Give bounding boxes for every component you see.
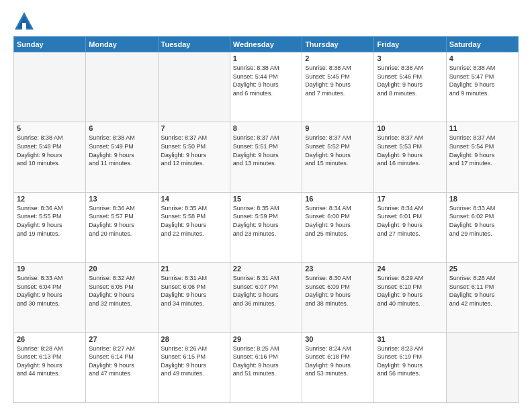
calendar-cell: 20Sunrise: 8:32 AM Sunset: 6:05 PM Dayli… [86,263,158,332]
calendar-cell: 21Sunrise: 8:31 AM Sunset: 6:06 PM Dayli… [158,263,230,332]
svg-rect-2 [22,23,26,30]
day-info: Sunrise: 8:36 AM Sunset: 5:55 PM Dayligh… [17,204,83,238]
day-info: Sunrise: 8:23 AM Sunset: 6:19 PM Dayligh… [377,345,443,378]
day-number: 8 [233,124,299,132]
day-info: Sunrise: 8:37 AM Sunset: 5:51 PM Dayligh… [233,134,299,167]
calendar-cell: 23Sunrise: 8:30 AM Sunset: 6:09 PM Dayli… [302,263,374,332]
col-header-sunday: Sunday [14,37,86,52]
day-info: Sunrise: 8:26 AM Sunset: 6:15 PM Dayligh… [161,345,227,378]
calendar-cell: 6Sunrise: 8:38 AM Sunset: 5:49 PM Daylig… [86,122,158,192]
day-number: 25 [449,265,515,273]
logo [13,11,35,30]
day-number: 21 [161,265,227,273]
calendar-cell: 14Sunrise: 8:35 AM Sunset: 5:58 PM Dayli… [158,192,230,262]
col-header-thursday: Thursday [302,37,374,52]
day-info: Sunrise: 8:38 AM Sunset: 5:46 PM Dayligh… [377,64,443,97]
calendar-cell: 28Sunrise: 8:26 AM Sunset: 6:15 PM Dayli… [158,332,230,402]
calendar-cell: 29Sunrise: 8:25 AM Sunset: 6:16 PM Dayli… [230,332,302,402]
calendar-cell: 19Sunrise: 8:33 AM Sunset: 6:04 PM Dayli… [14,263,86,332]
calendar-cell [14,52,86,122]
calendar-cell: 4Sunrise: 8:38 AM Sunset: 5:47 PM Daylig… [446,52,518,122]
calendar-cell: 9Sunrise: 8:37 AM Sunset: 5:52 PM Daylig… [302,122,374,192]
header [13,11,519,30]
day-number: 7 [161,124,227,132]
col-header-saturday: Saturday [446,37,518,52]
day-info: Sunrise: 8:33 AM Sunset: 6:02 PM Dayligh… [449,204,515,238]
calendar-cell: 12Sunrise: 8:36 AM Sunset: 5:55 PM Dayli… [14,192,86,262]
calendar-cell: 26Sunrise: 8:28 AM Sunset: 6:13 PM Dayli… [14,332,86,402]
day-number: 31 [377,335,443,343]
day-info: Sunrise: 8:32 AM Sunset: 6:05 PM Dayligh… [89,274,154,308]
day-info: Sunrise: 8:34 AM Sunset: 6:00 PM Dayligh… [305,204,371,238]
day-number: 28 [161,335,227,343]
day-info: Sunrise: 8:38 AM Sunset: 5:47 PM Dayligh… [449,64,515,97]
calendar-cell: 18Sunrise: 8:33 AM Sunset: 6:02 PM Dayli… [446,192,518,262]
calendar-cell: 30Sunrise: 8:24 AM Sunset: 6:18 PM Dayli… [302,332,374,402]
day-info: Sunrise: 8:38 AM Sunset: 5:44 PM Dayligh… [233,64,299,97]
day-number: 22 [233,265,299,273]
day-info: Sunrise: 8:34 AM Sunset: 6:01 PM Dayligh… [377,204,443,238]
calendar-cell: 3Sunrise: 8:38 AM Sunset: 5:46 PM Daylig… [374,52,446,122]
calendar-cell: 31Sunrise: 8:23 AM Sunset: 6:19 PM Dayli… [374,332,446,402]
day-number: 14 [161,195,227,203]
calendar-cell: 24Sunrise: 8:29 AM Sunset: 6:10 PM Dayli… [374,263,446,332]
day-number: 24 [377,265,443,273]
calendar-cell: 13Sunrise: 8:36 AM Sunset: 5:57 PM Dayli… [86,192,158,262]
day-number: 3 [377,54,443,62]
day-number: 12 [17,195,83,203]
day-number: 2 [305,54,371,62]
calendar-cell: 2Sunrise: 8:38 AM Sunset: 5:45 PM Daylig… [302,52,374,122]
day-info: Sunrise: 8:29 AM Sunset: 6:10 PM Dayligh… [377,274,443,308]
calendar-cell: 11Sunrise: 8:37 AM Sunset: 5:54 PM Dayli… [446,122,518,192]
day-number: 9 [305,124,371,132]
col-header-monday: Monday [86,37,158,52]
day-number: 1 [233,54,299,62]
col-header-friday: Friday [374,37,446,52]
calendar-cell: 8Sunrise: 8:37 AM Sunset: 5:51 PM Daylig… [230,122,302,192]
day-number: 29 [233,335,299,343]
day-info: Sunrise: 8:38 AM Sunset: 5:45 PM Dayligh… [305,64,371,97]
day-info: Sunrise: 8:36 AM Sunset: 5:57 PM Dayligh… [89,204,154,238]
calendar-cell: 7Sunrise: 8:37 AM Sunset: 5:50 PM Daylig… [158,122,230,192]
day-info: Sunrise: 8:28 AM Sunset: 6:13 PM Dayligh… [17,345,83,378]
calendar-table: SundayMondayTuesdayWednesdayThursdayFrid… [13,36,519,403]
day-info: Sunrise: 8:37 AM Sunset: 5:52 PM Dayligh… [305,134,371,167]
day-number: 6 [89,124,154,132]
calendar-cell: 1Sunrise: 8:38 AM Sunset: 5:44 PM Daylig… [230,52,302,122]
day-number: 19 [17,265,83,273]
calendar-cell: 27Sunrise: 8:27 AM Sunset: 6:14 PM Dayli… [86,332,158,402]
day-number: 10 [377,124,443,132]
calendar-cell [158,52,230,122]
calendar-cell: 15Sunrise: 8:35 AM Sunset: 5:59 PM Dayli… [230,192,302,262]
day-number: 4 [449,54,515,62]
calendar-cell [86,52,158,122]
col-header-wednesday: Wednesday [230,37,302,52]
calendar-cell: 17Sunrise: 8:34 AM Sunset: 6:01 PM Dayli… [374,192,446,262]
day-number: 17 [377,195,443,203]
day-info: Sunrise: 8:38 AM Sunset: 5:49 PM Dayligh… [89,134,154,167]
day-info: Sunrise: 8:33 AM Sunset: 6:04 PM Dayligh… [17,274,83,308]
day-number: 13 [89,195,154,203]
calendar-cell: 22Sunrise: 8:31 AM Sunset: 6:07 PM Dayli… [230,263,302,332]
day-number: 5 [17,124,83,132]
day-info: Sunrise: 8:35 AM Sunset: 5:59 PM Dayligh… [233,204,299,238]
day-info: Sunrise: 8:27 AM Sunset: 6:14 PM Dayligh… [89,345,154,378]
col-header-tuesday: Tuesday [158,37,230,52]
day-info: Sunrise: 8:24 AM Sunset: 6:18 PM Dayligh… [305,345,371,378]
day-info: Sunrise: 8:30 AM Sunset: 6:09 PM Dayligh… [305,274,371,308]
day-info: Sunrise: 8:31 AM Sunset: 6:06 PM Dayligh… [161,274,227,308]
day-info: Sunrise: 8:25 AM Sunset: 6:16 PM Dayligh… [233,345,299,378]
day-number: 26 [17,335,83,343]
page: SundayMondayTuesdayWednesdayThursdayFrid… [0,0,532,411]
day-number: 18 [449,195,515,203]
calendar-cell: 10Sunrise: 8:37 AM Sunset: 5:53 PM Dayli… [374,122,446,192]
day-number: 15 [233,195,299,203]
day-info: Sunrise: 8:38 AM Sunset: 5:48 PM Dayligh… [17,134,83,167]
day-info: Sunrise: 8:37 AM Sunset: 5:54 PM Dayligh… [449,134,515,167]
day-number: 11 [449,124,515,132]
day-info: Sunrise: 8:37 AM Sunset: 5:53 PM Dayligh… [377,134,443,167]
calendar-cell: 5Sunrise: 8:38 AM Sunset: 5:48 PM Daylig… [14,122,86,192]
day-info: Sunrise: 8:28 AM Sunset: 6:11 PM Dayligh… [449,274,515,308]
calendar-cell: 16Sunrise: 8:34 AM Sunset: 6:00 PM Dayli… [302,192,374,262]
logo-icon [13,11,32,30]
